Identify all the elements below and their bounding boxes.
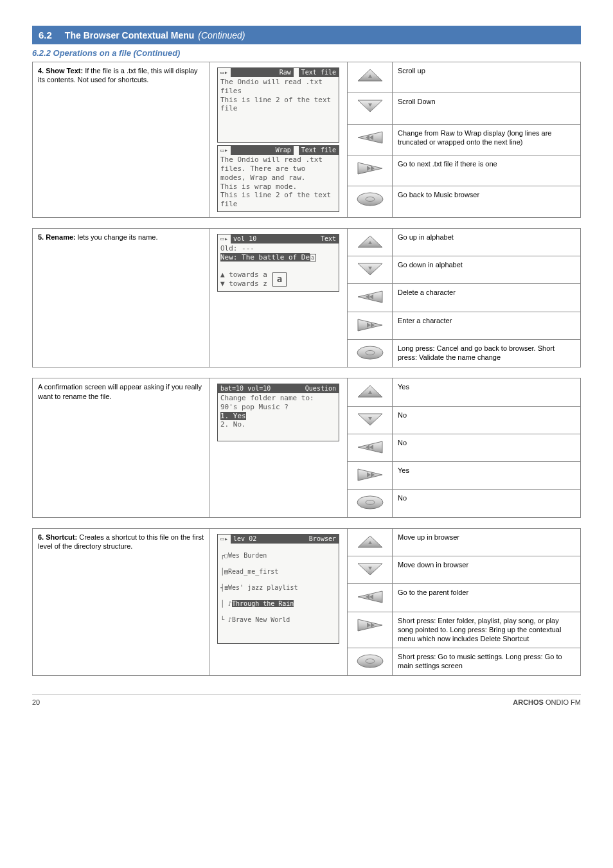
btn-cell-right: [348, 155, 393, 186]
menu-button-icon: [355, 344, 385, 361]
up-button-icon: [355, 233, 385, 250]
right-button-icon: [355, 317, 385, 333]
section-continued: (Continued): [198, 30, 245, 40]
left-button-icon: [355, 288, 385, 305]
act-up: Scroll up: [393, 62, 581, 93]
lcd-cell: ▭▸Raw Text file The Ondio will read .txt…: [209, 62, 348, 218]
lcd-confirm: bat=10 vol=10Question Change folder name…: [217, 384, 339, 441]
left-button-icon: [355, 129, 385, 146]
act-left: Go to the parent folder: [393, 584, 581, 612]
up-button-icon: [355, 67, 385, 84]
lcd-cell: bat=10 vol=10Question Change folder name…: [209, 378, 348, 517]
down-button-icon: [355, 261, 385, 278]
desc-cell: 6. Shortcut: Creates a shortcut to this …: [33, 528, 209, 675]
svg-point-4: [357, 496, 383, 509]
btn-cell-left: [348, 124, 393, 155]
btn-cell-down: [348, 93, 393, 124]
act-up: Move up in browser: [393, 528, 581, 556]
act-right: Yes: [393, 462, 581, 490]
down-button-icon: [355, 411, 385, 428]
char-box: a: [272, 272, 287, 287]
footer-model: ONDIO FM: [546, 698, 581, 706]
act-right: Short press: Enter folder, playlist, pla…: [393, 612, 581, 648]
svg-point-0: [357, 193, 383, 206]
footer-brand: ARCHOS: [513, 698, 544, 706]
table-rename: 5. Rename: lets you change its name. ▭▸v…: [32, 228, 581, 368]
btn-cell-menu: [348, 186, 393, 217]
subsection-title: 6.2.2 Operations on a file (Continued): [32, 48, 581, 58]
act-menu: Go back to Music browser: [393, 186, 581, 217]
item-head: 5. Rename:: [38, 233, 76, 241]
up-button-icon: [355, 533, 385, 550]
table-show-text: 4. Show Text: If the file is a .txt file…: [32, 62, 581, 218]
table-confirm: A confirmation screen will appear asking…: [32, 378, 581, 517]
lcd-wrap: ▭▸Wrap Text file The Ondio will read .tx…: [217, 145, 339, 212]
act-menu: Short press: Go to music settings. Long …: [393, 648, 581, 675]
right-button-icon: [355, 617, 385, 633]
act-left: No: [393, 434, 581, 461]
left-button-icon: [355, 439, 385, 456]
lcd-rename: ▭▸vol 10Text Old: --- New: The battle of…: [217, 234, 339, 292]
svg-point-2: [357, 346, 383, 359]
up-button-icon: [355, 383, 385, 400]
act-down: Go down in alphabet: [393, 256, 581, 284]
right-button-icon: [355, 160, 385, 177]
section-title: The Browser Contextual Menu: [65, 30, 194, 40]
table-shortcut: 6. Shortcut: Creates a shortcut to this …: [32, 528, 581, 676]
act-left: Change from Raw to Wrap display (long li…: [393, 124, 581, 155]
act-menu: Long press: Cancel and go back to browse…: [393, 339, 581, 367]
btn-cell-up: [348, 62, 393, 93]
item-body: lets you change its name.: [76, 233, 158, 241]
desc-cell: 4. Show Text: If the file is a .txt file…: [33, 62, 209, 218]
item-head: 4. Show Text:: [38, 67, 83, 75]
lcd-cell: ▭▸lev 02Browser ┌▢Wes Burden │▤Read_me_f…: [209, 528, 348, 675]
menu-button-icon: [355, 191, 385, 208]
act-down: Move down in browser: [393, 556, 581, 584]
menu-button-icon: [355, 494, 385, 511]
act-down: Scroll Down: [393, 93, 581, 124]
section-header: 6.2 The Browser Contextual Menu (Continu…: [32, 26, 581, 44]
down-button-icon: [355, 561, 385, 578]
act-menu: No: [393, 490, 581, 517]
svg-point-6: [357, 655, 383, 668]
right-button-icon: [355, 466, 385, 483]
act-up: Yes: [393, 378, 581, 406]
act-up: Go up in alphabet: [393, 228, 581, 256]
page-number: 20: [32, 698, 40, 706]
desc-cell: A confirmation screen will appear asking…: [33, 378, 209, 517]
act-left: Delete a character: [393, 284, 581, 312]
item-head: 6. Shortcut:: [38, 533, 77, 541]
down-button-icon: [355, 98, 385, 114]
lcd-cell: ▭▸vol 10Text Old: --- New: The battle of…: [209, 228, 348, 367]
lcd-browser: ▭▸lev 02Browser ┌▢Wes Burden │▤Read_me_f…: [217, 534, 339, 644]
lcd-raw: ▭▸Raw Text file The Ondio will read .txt…: [217, 67, 339, 143]
act-right: Enter a character: [393, 312, 581, 339]
section-number: 6.2: [39, 30, 52, 40]
menu-button-icon: [355, 653, 385, 669]
act-right: Go to next .txt file if there is one: [393, 155, 581, 186]
act-down: No: [393, 406, 581, 434]
page-footer: 20 ARCHOS ONDIO FM: [32, 694, 581, 706]
left-button-icon: [355, 589, 385, 605]
desc-cell: 5. Rename: lets you change its name.: [33, 228, 209, 367]
